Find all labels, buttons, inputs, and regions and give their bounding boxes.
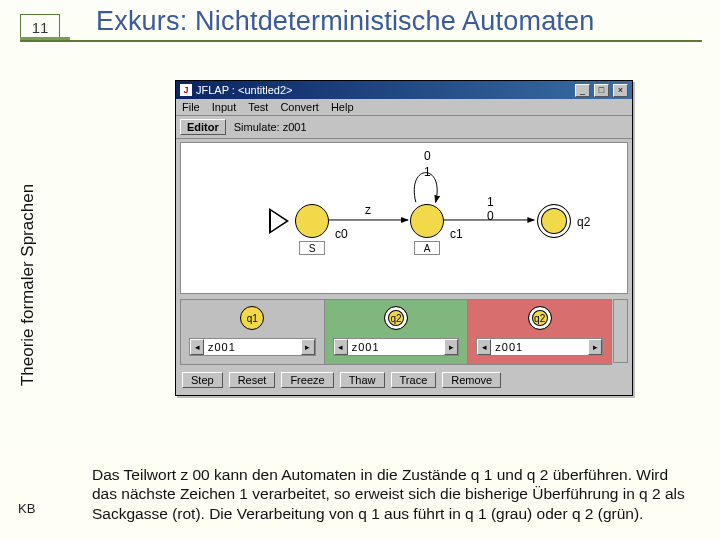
header-rule xyxy=(20,40,702,42)
panel1-state: q2 xyxy=(384,306,408,330)
panel1-tape-text: z001 xyxy=(348,341,445,353)
menu-bar: File Input Test Convert Help xyxy=(176,99,632,116)
footer-author-tag: KB xyxy=(18,501,35,516)
config-panel-2[interactable]: q2 ◂ z001 ▸ xyxy=(468,300,611,364)
selfloop-label-0: 0 xyxy=(424,149,431,163)
panel2-state: q2 xyxy=(528,306,552,330)
state-c1[interactable] xyxy=(410,204,444,238)
menu-file[interactable]: File xyxy=(182,101,200,113)
window-minimize-button[interactable]: _ xyxy=(575,84,590,97)
state-q2-label: q2 xyxy=(577,215,590,229)
edge-c0-c1-label: z xyxy=(365,203,371,217)
tape-right-button[interactable]: ▸ xyxy=(444,339,458,355)
simulate-mode-label: Simulate: z001 xyxy=(234,121,307,133)
state-q2[interactable] xyxy=(537,204,571,238)
tape-left-button[interactable]: ◂ xyxy=(477,339,491,355)
panel2-tape: ◂ z001 ▸ xyxy=(476,338,603,356)
freeze-button[interactable]: Freeze xyxy=(281,372,333,388)
panels-scrollbar[interactable] xyxy=(613,299,628,363)
window-titlebar[interactable]: J JFLAP : <untitled2> _ □ × xyxy=(176,81,632,99)
state-c0-tag: S xyxy=(299,241,325,255)
tape-left-button[interactable]: ◂ xyxy=(190,339,204,355)
start-marker-icon xyxy=(269,208,289,234)
menu-convert[interactable]: Convert xyxy=(280,101,319,113)
slide-header: 11 Exkurs: Nichtdeterministische Automat… xyxy=(0,0,720,52)
window-title: JFLAP : <untitled2> xyxy=(196,84,292,96)
thaw-button[interactable]: Thaw xyxy=(340,372,385,388)
window-close-button[interactable]: × xyxy=(613,84,628,97)
body-paragraph: Das Teilwort z 00 kann den Automaten in … xyxy=(92,465,692,524)
reset-button[interactable]: Reset xyxy=(229,372,276,388)
edge-c1-q2-label-1: 1 xyxy=(487,195,494,209)
page-title: Exkurs: Nichtdeterministische Automaten xyxy=(96,6,595,37)
panel0-tape-text: z001 xyxy=(204,341,301,353)
simulation-area: q1 ◂ z001 ▸ q2 ◂ z001 ▸ q2 ◂ z0 xyxy=(176,296,632,395)
config-panel-1[interactable]: q2 ◂ z001 ▸ xyxy=(325,300,469,364)
jflap-window: J JFLAP : <untitled2> _ □ × File Input T… xyxy=(175,80,633,396)
automaton-canvas[interactable]: c0 S c1 A q2 0 1 z 1 0 xyxy=(180,142,628,294)
menu-help[interactable]: Help xyxy=(331,101,354,113)
sim-button-row: Step Reset Freeze Thaw Trace Remove xyxy=(180,369,628,391)
tape-right-button[interactable]: ▸ xyxy=(588,339,602,355)
edge-c1-q2-label-0: 0 xyxy=(487,209,494,223)
sidebar-vertical-label: Theorie formaler Sprachen xyxy=(18,150,38,420)
tape-left-button[interactable]: ◂ xyxy=(334,339,348,355)
trace-button[interactable]: Trace xyxy=(391,372,437,388)
config-panels: q1 ◂ z001 ▸ q2 ◂ z001 ▸ q2 ◂ z0 xyxy=(180,299,612,365)
window-maximize-button[interactable]: □ xyxy=(594,84,609,97)
config-panel-0[interactable]: q1 ◂ z001 ▸ xyxy=(181,300,325,364)
selfloop-label-1: 1 xyxy=(424,165,431,179)
state-c1-tag: A xyxy=(414,241,440,255)
sidebar-label-text: Theorie formaler Sprachen xyxy=(18,184,38,386)
panel0-tape: ◂ z001 ▸ xyxy=(189,338,316,356)
toolbar: Editor Simulate: z001 xyxy=(176,116,632,139)
tape-right-button[interactable]: ▸ xyxy=(301,339,315,355)
menu-input[interactable]: Input xyxy=(212,101,236,113)
panel0-state: q1 xyxy=(240,306,264,330)
state-c0[interactable] xyxy=(295,204,329,238)
step-button[interactable]: Step xyxy=(182,372,223,388)
menu-test[interactable]: Test xyxy=(248,101,268,113)
app-icon: J xyxy=(180,84,192,96)
panel1-tape: ◂ z001 ▸ xyxy=(333,338,460,356)
panel2-tape-text: z001 xyxy=(491,341,588,353)
state-c1-label: c1 xyxy=(450,227,463,241)
editor-button[interactable]: Editor xyxy=(180,119,226,135)
remove-button[interactable]: Remove xyxy=(442,372,501,388)
state-c0-label: c0 xyxy=(335,227,348,241)
